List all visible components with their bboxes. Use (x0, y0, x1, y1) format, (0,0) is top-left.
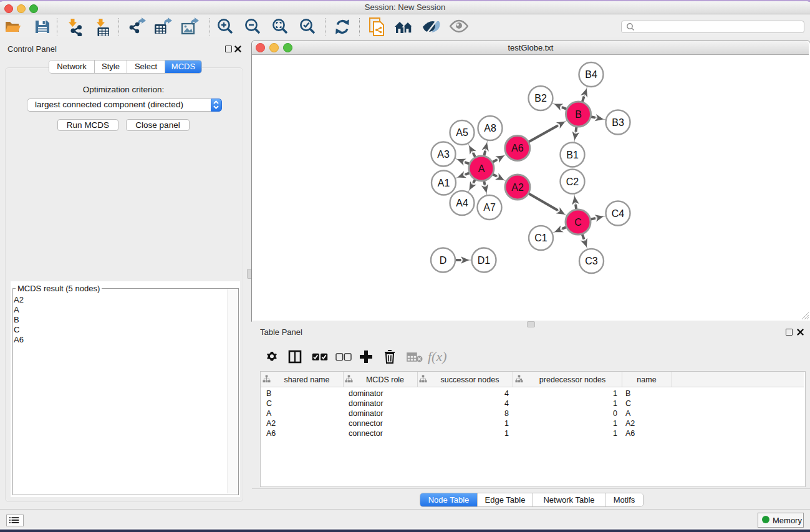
svg-text:A2: A2 (511, 182, 524, 193)
svg-text:C4: C4 (612, 208, 625, 219)
svg-text:A3: A3 (437, 149, 450, 160)
svg-text:C3: C3 (585, 256, 598, 266)
svg-text:B2: B2 (534, 93, 547, 104)
svg-text:A7: A7 (483, 202, 496, 213)
svg-text:B3: B3 (612, 117, 624, 128)
svg-text:C2: C2 (566, 177, 579, 187)
svg-text:D1: D1 (478, 255, 491, 266)
svg-text:C1: C1 (534, 233, 547, 243)
svg-text:A5: A5 (456, 127, 468, 138)
svg-text:A6: A6 (511, 143, 524, 153)
svg-text:C: C (574, 217, 582, 228)
svg-text:A8: A8 (484, 123, 496, 133)
svg-text:A4: A4 (456, 198, 468, 208)
svg-text:A: A (478, 163, 485, 174)
svg-text:B: B (575, 109, 582, 120)
svg-text:B1: B1 (566, 150, 579, 160)
svg-text:A1: A1 (438, 178, 450, 188)
svg-text:B4: B4 (585, 69, 597, 80)
svg-text:D: D (440, 255, 447, 266)
